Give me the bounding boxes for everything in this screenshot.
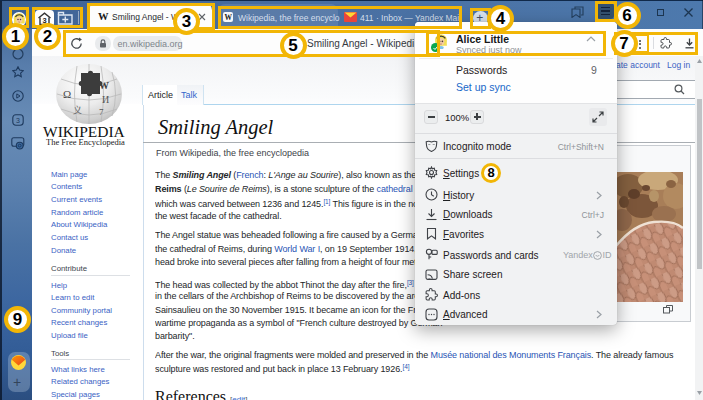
svg-text:3: 3 <box>16 117 20 124</box>
svg-text:W: W <box>99 80 109 91</box>
svg-text:义: 义 <box>73 105 82 115</box>
svg-text:7: 7 <box>99 107 104 117</box>
svg-text:Ω: Ω <box>63 88 71 100</box>
svg-text:И: И <box>102 94 109 105</box>
